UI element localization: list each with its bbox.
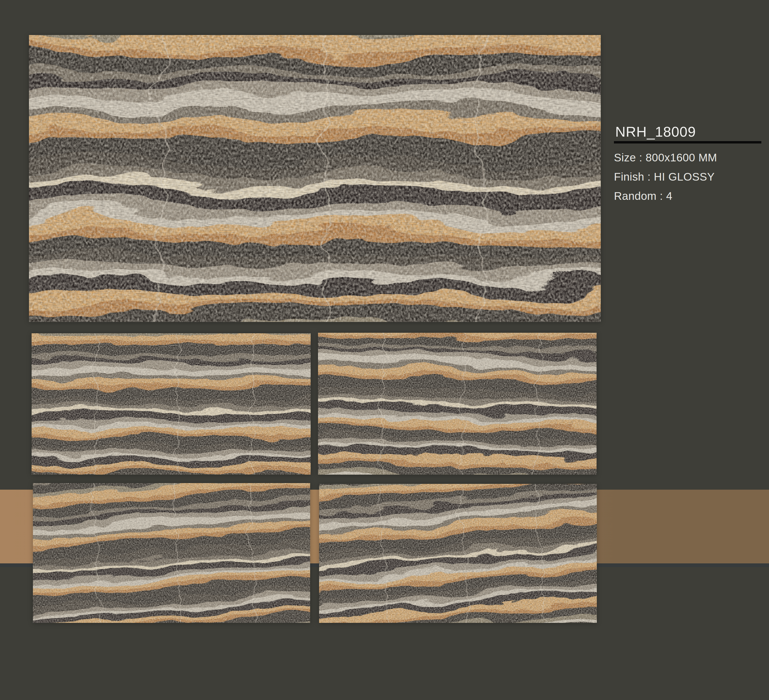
product-info: NRH_18009 Size : 800x1600 MM Finish : HI… xyxy=(614,124,765,209)
tile-preview-large xyxy=(29,35,601,322)
catalog-page: NRH_18009 Size : 800x1600 MM Finish : HI… xyxy=(0,0,769,700)
product-code: NRH_18009 xyxy=(614,124,765,140)
title-underline xyxy=(614,141,761,143)
tile-preview-bottom-right xyxy=(319,484,597,623)
product-size: Size : 800x1600 MM xyxy=(614,151,765,164)
tile-preview-top-left xyxy=(32,333,310,475)
tile-preview-top-right xyxy=(318,333,597,475)
product-finish: Finish : HI GLOSSY xyxy=(614,171,765,183)
tile-preview-bottom-left xyxy=(33,483,310,623)
product-random: Random : 4 xyxy=(614,190,765,203)
